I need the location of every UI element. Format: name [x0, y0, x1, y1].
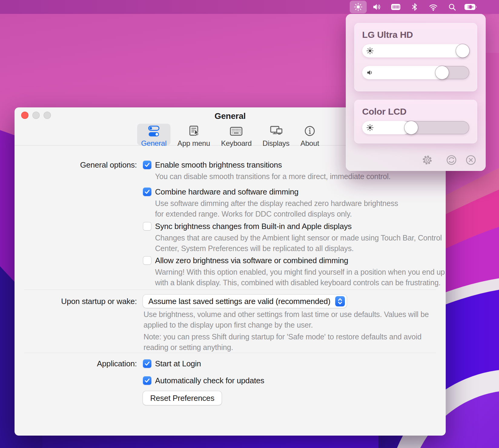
- menubar-search-icon[interactable]: [443, 0, 461, 14]
- slider-knob[interactable]: [405, 121, 418, 134]
- volume-speaker-icon: [366, 69, 374, 78]
- section-divider: [24, 289, 436, 290]
- checkbox-label: Sync brightness changes from Built-in an…: [155, 222, 352, 231]
- general-options-row: General options: Enable smooth brightnes…: [15, 160, 446, 289]
- select-stepper-icon: [335, 296, 345, 306]
- minimize-window-button[interactable]: [32, 112, 40, 119]
- note-text: Note: you can press Shift during startup…: [144, 332, 446, 353]
- startup-label: Upon startup or wake:: [15, 295, 143, 353]
- menubar-brightness-icon[interactable]: [349, 0, 368, 14]
- info-icon: [303, 125, 316, 139]
- desktop: General General App menu Keyboard: [0, 0, 499, 448]
- checkbox-label: Start at Login: [155, 359, 201, 368]
- checkbox-label: Allow zero brightness via software or co…: [155, 256, 348, 265]
- menubar-bluetooth-icon[interactable]: [405, 0, 424, 14]
- brightness-sun-icon: [366, 47, 374, 56]
- checkbox-label: Enable smooth brightness transitions: [155, 160, 282, 170]
- keyboard-icon: [230, 125, 243, 139]
- volume-slider[interactable]: [362, 66, 469, 79]
- tab-keyboard[interactable]: Keyboard: [217, 124, 256, 145]
- sync-brightness-row: Sync brightness changes from Built-in an…: [143, 221, 446, 231]
- general-options-label: General options:: [15, 160, 143, 289]
- display-card-lg-ultra-hd: LG Ultra HD: [354, 23, 477, 91]
- tab-displays[interactable]: Displays: [259, 124, 293, 145]
- slider-knob[interactable]: [435, 66, 449, 79]
- checkbox-label: Automatically check for updates: [155, 376, 264, 385]
- combine-dimming-row: Combine hardware and software dimming: [143, 187, 446, 197]
- startup-row: Upon startup or wake: Assume last saved …: [15, 295, 446, 353]
- checkbox-label: Combine hardware and software dimming: [155, 187, 299, 197]
- zero-brightness-checkbox[interactable]: [143, 256, 151, 265]
- zoom-window-button[interactable]: [44, 112, 51, 119]
- brightness-sun-icon: [366, 124, 374, 133]
- slider-fill: [362, 44, 469, 57]
- menubar-wifi-icon[interactable]: [424, 0, 443, 14]
- menubar-keyboard-brightness-icon[interactable]: [386, 0, 405, 14]
- slider-knob[interactable]: [456, 44, 469, 57]
- application-label: Application:: [15, 358, 143, 405]
- settings-gear-icon[interactable]: [420, 153, 434, 167]
- display-card-color-lcd: Color LCD: [354, 100, 477, 143]
- start-at-login-checkbox[interactable]: [143, 359, 151, 368]
- section-divider: [24, 353, 436, 353]
- menubar-battery-icon[interactable]: [461, 0, 480, 14]
- general-pane: General options: Enable smooth brightnes…: [15, 146, 446, 405]
- tab-app-menu[interactable]: App menu: [173, 124, 214, 145]
- auto-update-row: Automatically check for updates: [143, 375, 446, 386]
- auto-update-checkbox[interactable]: [143, 376, 151, 385]
- brightness-slider[interactable]: [362, 121, 469, 134]
- startup-behavior-select[interactable]: Assume last saved settings are valid (re…: [143, 295, 347, 308]
- tab-about[interactable]: About: [296, 124, 323, 145]
- refresh-icon[interactable]: [444, 153, 458, 167]
- slider-fill: [362, 66, 446, 79]
- app-menu-icon: [187, 125, 200, 139]
- help-text: Changes that are caused by the Ambient l…: [155, 233, 446, 254]
- tab-general[interactable]: General: [137, 124, 170, 145]
- menubar-volume-icon[interactable]: [368, 0, 386, 14]
- application-row: Application: Start at Login Automaticall…: [15, 358, 446, 405]
- display-name: LG Ultra HD: [362, 30, 469, 40]
- start-at-login-row: Start at Login: [143, 358, 446, 369]
- help-text: Use brightness, volume and other setting…: [144, 309, 446, 330]
- help-text: You can disable smooth transitions for a…: [155, 171, 446, 182]
- combine-dimming-checkbox[interactable]: [143, 188, 151, 196]
- display-control-popover: LG Ultra HD Color LCD: [346, 14, 486, 171]
- smooth-transitions-checkbox[interactable]: [143, 161, 151, 169]
- help-text: Use software dimming after the display r…: [155, 198, 446, 219]
- close-icon[interactable]: [464, 153, 478, 167]
- display-name: Color LCD: [362, 106, 469, 117]
- close-window-button[interactable]: [21, 112, 28, 119]
- popover-footer: [420, 153, 478, 167]
- general-toggles-icon: [147, 125, 160, 139]
- displays-icon: [269, 125, 283, 139]
- menu-bar: [0, 0, 499, 14]
- window-controls: [21, 112, 51, 119]
- sync-brightness-checkbox[interactable]: [143, 222, 151, 231]
- brightness-slider[interactable]: [362, 44, 469, 57]
- selected-option-text: Assume last saved settings are valid (re…: [148, 297, 330, 306]
- zero-brightness-row: Allow zero brightness via software or co…: [143, 255, 446, 266]
- reset-preferences-button[interactable]: Reset Preferences: [143, 391, 222, 405]
- help-text: Warning! With this option enabled, you m…: [155, 267, 446, 288]
- menubar-status-icons: [349, 0, 480, 14]
